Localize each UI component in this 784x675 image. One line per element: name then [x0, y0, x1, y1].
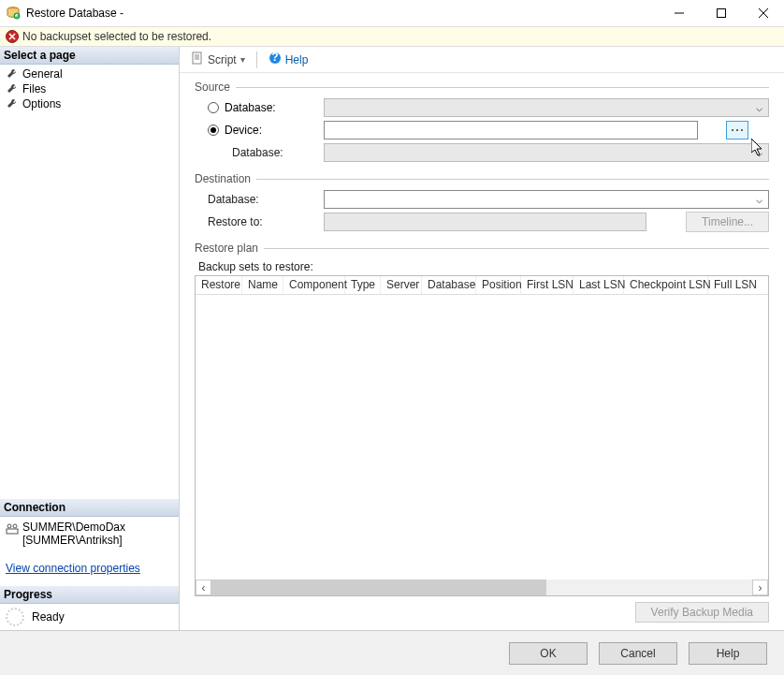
svg-rect-3 [717, 9, 725, 18]
title-bar: Restore Database - [0, 0, 784, 26]
content-pane: Script ▾ ? Help Source Database: ⌵ [180, 47, 784, 630]
progress-spinner-icon [6, 608, 24, 626]
scroll-left-button[interactable]: ‹ [196, 580, 211, 595]
window-title: Restore Database - [26, 7, 658, 20]
script-icon [191, 51, 204, 67]
destination-group: Destination Database: ⌵ Restore to: Time… [195, 172, 769, 234]
source-device-label: Device: [225, 124, 262, 137]
grid-column-header[interactable]: Position [476, 276, 521, 294]
scroll-thumb[interactable] [211, 580, 546, 595]
wrench-icon [6, 67, 19, 81]
source-group: Source Database: ⌵ Device: [195, 81, 769, 165]
source-database-combo: ⌵ [324, 98, 769, 117]
svg-rect-12 [193, 52, 201, 64]
chevron-down-icon: ⌵ [751, 146, 766, 159]
source-device-radio[interactable]: Device: [208, 124, 324, 137]
source-title: Source [195, 81, 230, 94]
app-icon [6, 6, 21, 21]
dialog-footer: OK Cancel Help [0, 630, 784, 675]
radio-icon [208, 125, 219, 136]
window-controls [658, 0, 784, 26]
help-button-footer[interactable]: Help [689, 642, 767, 665]
source-database-radio[interactable]: Database: [208, 101, 324, 114]
grid-column-header[interactable]: Type [345, 276, 381, 294]
view-connection-properties-link[interactable]: View connection properties [6, 562, 173, 575]
minimize-button[interactable] [658, 0, 700, 26]
chevron-down-icon: ⌵ [751, 101, 766, 114]
toolbar-separator [256, 51, 257, 68]
destination-restoreto-input [324, 213, 646, 231]
grid-column-header[interactable]: Full LSN [708, 276, 751, 294]
page-item-label: Files [22, 82, 46, 95]
chevron-down-icon: ⌵ [751, 193, 766, 206]
svg-point-11 [13, 524, 17, 528]
source-sub-database-label: Database: [232, 146, 324, 159]
connection-info: SUMMER\DemoDax [SUMMER\Antriksh] [0, 517, 179, 550]
page-item-label: General [22, 67, 63, 81]
content-toolbar: Script ▾ ? Help [180, 47, 784, 73]
page-item-general[interactable]: General [0, 66, 179, 81]
verify-backup-media-button: Verify Backup Media [635, 602, 769, 623]
grid-column-header[interactable]: Server [381, 276, 422, 294]
source-sub-database-combo: ⌵ [324, 143, 769, 162]
backup-sets-label: Backup sets to restore: [198, 260, 769, 273]
page-item-options[interactable]: Options [0, 96, 179, 111]
maximize-button[interactable] [700, 0, 742, 26]
scroll-track[interactable] [211, 580, 752, 595]
grid-column-header[interactable]: Restore [196, 276, 242, 294]
grid-column-header[interactable]: Checkpoint LSN [624, 276, 708, 294]
svg-point-19 [736, 129, 738, 131]
svg-point-18 [732, 129, 733, 131]
backup-sets-grid[interactable]: RestoreNameComponentTypeServerDatabasePo… [195, 275, 769, 596]
ok-button[interactable]: OK [509, 642, 588, 665]
error-icon [6, 30, 19, 43]
help-label: Help [285, 53, 309, 66]
scroll-right-button[interactable]: › [752, 580, 768, 595]
grid-column-header[interactable]: First LSN [521, 276, 573, 294]
source-database-label: Database: [225, 101, 276, 114]
connection-server: SUMMER\DemoDax [22, 521, 125, 534]
progress-status-block: Ready [0, 604, 179, 630]
warning-text: No backupset selected to be restored. [22, 30, 211, 43]
timeline-button: Timeline... [686, 212, 769, 232]
page-item-files[interactable]: Files [0, 81, 179, 96]
help-icon: ? [269, 51, 282, 67]
destination-restoreto-label: Restore to: [208, 215, 324, 228]
horizontal-scrollbar[interactable]: ‹ › [196, 580, 768, 595]
grid-column-header[interactable]: Last LSN [573, 276, 624, 294]
svg-point-20 [741, 129, 743, 131]
svg-rect-9 [7, 529, 18, 534]
destination-database-combo[interactable]: ⌵ [324, 190, 769, 209]
progress-header: Progress [0, 586, 179, 604]
sidebar: Select a page General Files Options Conn… [0, 47, 180, 630]
help-button[interactable]: ? Help [265, 50, 312, 69]
script-button[interactable]: Script ▾ [187, 50, 249, 69]
device-browse-button[interactable] [726, 121, 748, 139]
warning-bar: No backupset selected to be restored. [0, 26, 784, 47]
restore-plan-group: Restore plan Backup sets to restore: Res… [195, 242, 769, 623]
grid-column-header[interactable]: Name [242, 276, 283, 294]
server-icon [6, 521, 19, 535]
close-button[interactable] [742, 0, 784, 26]
connection-header: Connection [0, 499, 179, 517]
destination-title: Destination [195, 172, 251, 185]
grid-column-header[interactable]: Database [422, 276, 476, 294]
page-list: General Files Options [0, 65, 179, 113]
chevron-down-icon: ▾ [240, 54, 245, 65]
radio-icon [208, 102, 219, 113]
cancel-button[interactable]: Cancel [599, 642, 677, 665]
source-device-input[interactable] [324, 121, 698, 139]
wrench-icon [6, 97, 19, 110]
connection-user: [SUMMER\Antriksh] [22, 534, 125, 547]
wrench-icon [6, 82, 19, 95]
svg-text:?: ? [271, 51, 278, 64]
grid-column-header[interactable]: Component [283, 276, 345, 294]
restore-plan-title: Restore plan [195, 242, 258, 255]
destination-database-label: Database: [208, 193, 324, 206]
page-item-label: Options [22, 97, 61, 110]
progress-status-text: Ready [32, 610, 65, 624]
svg-point-10 [7, 524, 11, 528]
script-label: Script [208, 53, 237, 66]
select-page-header: Select a page [0, 47, 179, 65]
grid-header-row: RestoreNameComponentTypeServerDatabasePo… [196, 276, 768, 295]
